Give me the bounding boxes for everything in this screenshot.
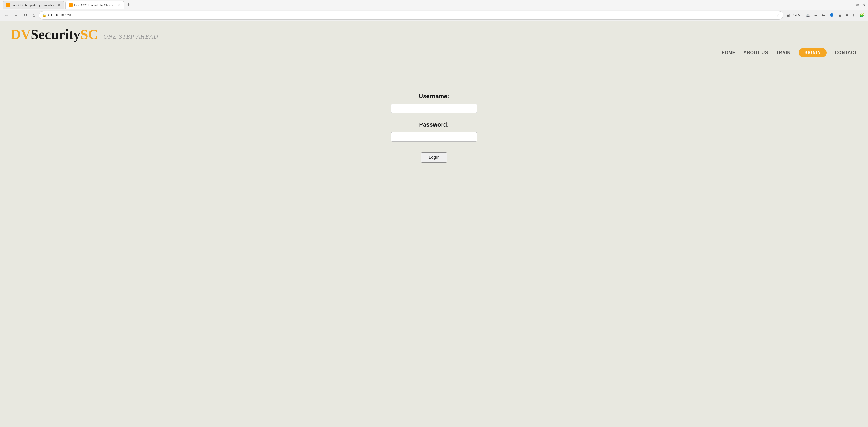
restore-button[interactable]: ⧉	[856, 3, 859, 7]
tab2-title: Free CSS template by Choco T	[74, 3, 115, 7]
undo-button[interactable]: ↩	[813, 12, 819, 19]
browser-titlebar: Free CSS template by ChocoTem ✕ Free CSS…	[0, 0, 868, 10]
browser-tab-1[interactable]: Free CSS template by ChocoTem ✕	[3, 1, 64, 9]
address-bar-wrapper: 🔒 ℹ ☆	[39, 11, 783, 20]
downloads-button[interactable]: ⬇	[851, 12, 857, 19]
nav-train[interactable]: TRAIN	[776, 50, 790, 55]
back-button[interactable]: ←	[3, 12, 10, 19]
password-group: Password:	[391, 121, 477, 142]
reload-button[interactable]: ↻	[22, 11, 29, 19]
tab1-title: Free CSS template by ChocoTem	[11, 3, 56, 7]
info-icon: ℹ	[48, 13, 49, 17]
home-button[interactable]: ⌂	[31, 12, 37, 19]
close-button[interactable]: ✕	[862, 3, 865, 7]
nav-contact[interactable]: CONTACT	[835, 50, 857, 55]
logo-sc: SC	[81, 27, 98, 42]
password-input[interactable]	[391, 132, 477, 142]
tab1-close[interactable]: ✕	[57, 3, 61, 7]
nav-home[interactable]: HOME	[721, 50, 735, 55]
extensions-button[interactable]: ⊞	[785, 12, 791, 19]
browser-toolbar: ← → ↻ ⌂ 🔒 ℹ ☆ ⊞ 190% 📖 ↩ ↪ 👤 ⊟ ≡ ⬇ 🧩	[0, 10, 868, 21]
navigation-bar: HOME ABOUT US TRAIN SIGNIN CONTACT	[11, 45, 857, 61]
nav-signin[interactable]: SIGNIN	[799, 48, 827, 57]
profile-button[interactable]: 👤	[828, 12, 835, 19]
toolbar-right: ⊞ 190% 📖 ↩ ↪ 👤 ⊟ ≡ ⬇ 🧩	[785, 12, 865, 19]
nav-about-us[interactable]: ABOUT US	[743, 50, 768, 55]
username-group: Username:	[391, 93, 477, 113]
redo-button[interactable]: ↪	[821, 12, 826, 19]
bookmark-icon[interactable]: ☆	[776, 13, 780, 18]
address-bar[interactable]	[51, 13, 775, 17]
menu-button[interactable]: ≡	[845, 12, 849, 19]
browser-chrome: Free CSS template by ChocoTem ✕ Free CSS…	[0, 0, 868, 21]
zoom-level: 190%	[793, 13, 802, 17]
security-icon: 🔒	[42, 13, 46, 17]
site-logo: DV Security SC	[11, 27, 98, 42]
username-input[interactable]	[391, 104, 477, 113]
logo-dv: DV	[11, 27, 31, 42]
login-button[interactable]: Login	[421, 152, 447, 163]
window-controls: ─ ⧉ ✕	[850, 3, 865, 7]
site-header: DV Security SC ONE STEP AHEAD HOME ABOUT…	[0, 21, 868, 61]
header-top: DV Security SC ONE STEP AHEAD	[11, 27, 857, 45]
new-tab-button[interactable]: +	[125, 2, 132, 8]
minimize-button[interactable]: ─	[850, 3, 853, 7]
site-tagline: ONE STEP AHEAD	[103, 33, 158, 42]
main-content: Username: Password: Login	[0, 61, 868, 163]
extensions2-button[interactable]: 🧩	[859, 12, 865, 19]
tab2-close[interactable]: ✕	[117, 3, 121, 7]
forward-button[interactable]: →	[12, 12, 20, 19]
username-label: Username:	[419, 93, 449, 100]
browser-tab-2[interactable]: Free CSS template by Choco T ✕	[65, 1, 124, 9]
password-label: Password:	[419, 121, 449, 128]
collections-button[interactable]: ⊟	[837, 12, 842, 19]
page-content: DV Security SC ONE STEP AHEAD HOME ABOUT…	[0, 21, 868, 427]
tab1-favicon	[6, 3, 10, 7]
logo-security: Security	[31, 27, 81, 42]
tab2-favicon	[69, 3, 72, 7]
reader-mode-button[interactable]: 📖	[805, 12, 811, 19]
